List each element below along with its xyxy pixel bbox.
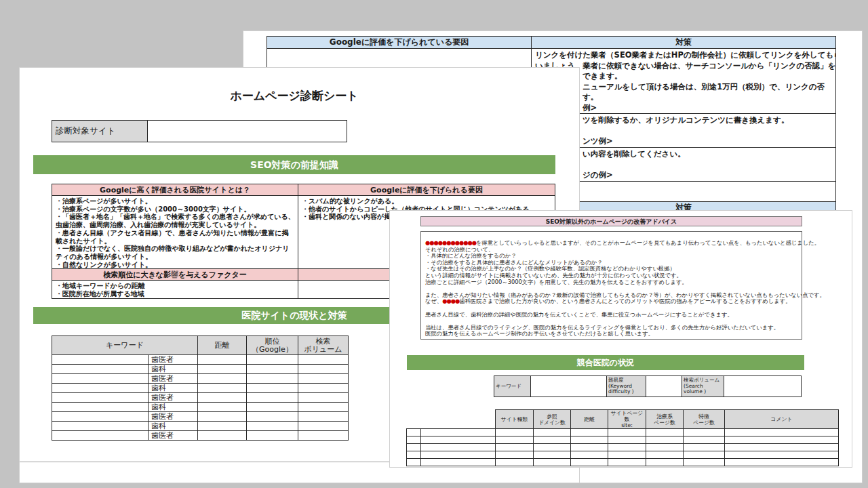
rank-cell[interactable] — [247, 422, 298, 431]
keyword-type-cell: 歯科 — [149, 403, 198, 412]
treatment-pages-cell[interactable] — [646, 451, 684, 459]
rank-cell[interactable] — [247, 365, 298, 374]
distance-cell[interactable] — [571, 429, 608, 436]
site-type-cell[interactable] — [496, 429, 534, 436]
comment-cell[interactable] — [725, 451, 839, 459]
area-keyword-cell[interactable] — [52, 365, 149, 374]
volume-cell[interactable] — [298, 365, 349, 374]
distance-cell[interactable] — [571, 459, 608, 466]
area-keyword-cell[interactable] — [52, 403, 149, 412]
advice-line-text: という詳細の情報がサイトに掲載されていないため、先生の魅力が十分に伝わっていない… — [425, 272, 682, 279]
volume-cell[interactable] — [298, 431, 349, 441]
distance-cell[interactable] — [571, 444, 608, 451]
advice-section-header: SEO対策以外のホームページの改善アドバイス — [420, 216, 802, 226]
area-keyword-cell[interactable] — [52, 431, 149, 441]
good-point-item: ・自然なリンクが多いサイト。 — [56, 261, 295, 269]
treatment-pages-cell[interactable] — [646, 436, 684, 444]
comment-cell[interactable] — [725, 459, 839, 466]
site-pages-header: サイトページ数 site: — [608, 410, 646, 429]
treatment-pages-cell[interactable] — [646, 459, 684, 466]
rank-cell[interactable] — [407, 436, 421, 444]
rank-cell[interactable] — [247, 384, 298, 393]
clinic-name-cell[interactable] — [421, 436, 496, 444]
advice-line-text: 歯科医院さまで治療した方が良いのか、という患者さんにとってのメリットや医院の強み… — [459, 298, 791, 304]
competitor-row — [407, 451, 839, 459]
feature-pages-cell[interactable] — [684, 429, 725, 436]
feature-pages-cell[interactable] — [684, 451, 725, 459]
volume-cell[interactable] — [298, 374, 349, 384]
distance-cell[interactable] — [198, 422, 247, 431]
area-keyword-cell[interactable] — [52, 384, 149, 393]
comment-cell[interactable] — [725, 436, 839, 444]
distance-cell[interactable] — [571, 451, 608, 459]
rank-cell[interactable] — [247, 403, 298, 412]
advice-line-text: 患者さん目線で、歯科治療の詳細や医院の魅力を伝えていくことで、集患に役立つホーム… — [425, 311, 733, 318]
site-pages-cell[interactable] — [608, 451, 646, 459]
advice-line-prefix: なぜ、 — [425, 298, 442, 304]
distance-cell[interactable] — [571, 436, 608, 444]
keyword-row: 歯科 — [52, 384, 349, 393]
volume-input[interactable] — [724, 376, 802, 397]
feature-pages-cell[interactable] — [684, 444, 725, 451]
rank-cell[interactable] — [247, 431, 298, 441]
volume-cell[interactable] — [298, 403, 349, 412]
area-keyword-cell[interactable] — [52, 412, 149, 422]
rank-cell[interactable] — [247, 412, 298, 422]
area-keyword-cell[interactable] — [52, 422, 149, 431]
ref-domains-cell[interactable] — [534, 459, 571, 466]
ref-domains-cell[interactable] — [534, 429, 571, 436]
keyword-input[interactable] — [531, 376, 607, 397]
rank-cell[interactable] — [247, 393, 298, 403]
rank-cell[interactable] — [407, 451, 421, 459]
diagnosis-target-row: 診断対象サイト — [52, 120, 347, 142]
site-type-cell[interactable] — [496, 444, 534, 451]
site-type-cell[interactable] — [496, 436, 534, 444]
diagnosis-target-input[interactable] — [148, 121, 347, 142]
distance-cell[interactable] — [198, 374, 247, 384]
rank-cell[interactable] — [247, 374, 298, 384]
distance-cell[interactable] — [198, 403, 247, 412]
area-keyword-cell[interactable] — [52, 374, 149, 384]
volume-cell[interactable] — [298, 422, 349, 431]
treatment-pages-cell[interactable] — [646, 429, 684, 436]
ref-domains-cell[interactable] — [534, 436, 571, 444]
distance-cell[interactable] — [198, 384, 247, 393]
distance-cell[interactable] — [198, 412, 247, 422]
rank-cell[interactable] — [407, 444, 421, 451]
clinic-name-cell[interactable] — [421, 451, 496, 459]
advice-line: なぜ、●●●●歯科医院さまで治療した方が良いのか、という患者さんにとってのメリッ… — [425, 298, 799, 305]
clinic-name-cell[interactable] — [421, 459, 496, 466]
area-keyword-cell[interactable] — [52, 355, 149, 365]
feature-pages-cell[interactable] — [684, 459, 725, 466]
area-keyword-cell[interactable] — [52, 393, 149, 403]
difficulty-input[interactable] — [646, 376, 682, 397]
ref-domains-cell[interactable] — [534, 451, 571, 459]
feature-pages-cell[interactable] — [684, 436, 725, 444]
site-pages-cell[interactable] — [608, 459, 646, 466]
volume-cell[interactable] — [298, 355, 349, 365]
rank-cell[interactable] — [407, 459, 421, 466]
distance-cell[interactable] — [198, 365, 247, 374]
distance-cell[interactable] — [198, 355, 247, 365]
distance-cell[interactable] — [198, 431, 247, 441]
volume-cell[interactable] — [298, 384, 349, 393]
comment-cell[interactable] — [725, 444, 839, 451]
treatment-pages-cell[interactable] — [646, 444, 684, 451]
volume-cell[interactable] — [298, 393, 349, 403]
distance-cell[interactable] — [198, 393, 247, 403]
ref-domains-cell[interactable] — [534, 444, 571, 451]
site-pages-cell[interactable] — [608, 436, 646, 444]
clinic-name-cell[interactable] — [421, 429, 496, 436]
comment-cell[interactable] — [725, 429, 839, 436]
keyword-type-cell: 歯医者 — [149, 393, 198, 403]
clinic-name-cell[interactable] — [421, 444, 496, 451]
keyword-type-cell: 歯医者 — [149, 412, 198, 422]
volume-cell[interactable] — [298, 412, 349, 422]
rank-cell[interactable] — [247, 355, 298, 365]
site-type-cell[interactable] — [496, 459, 534, 466]
rank-cell[interactable] — [407, 429, 421, 436]
site-pages-cell[interactable] — [608, 444, 646, 451]
good-site-cell: ・治療系ページが多いサイト。・治療系ページの文字数が多い（2000～3000文字… — [52, 196, 298, 269]
site-pages-cell[interactable] — [608, 429, 646, 436]
site-type-cell[interactable] — [496, 451, 534, 459]
